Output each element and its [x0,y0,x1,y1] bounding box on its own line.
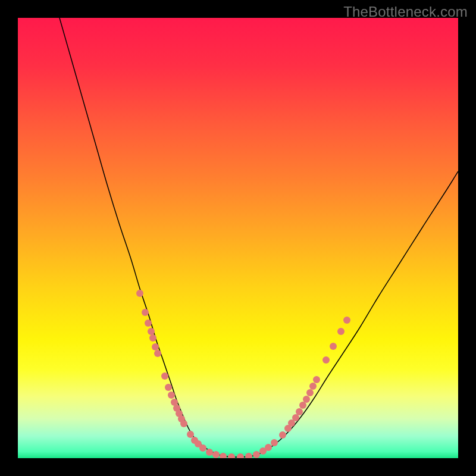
dots-group [136,290,350,458]
data-dot [148,328,155,335]
data-dot [343,317,350,324]
data-dot [330,343,337,350]
plot-area [18,18,458,458]
data-dot [165,384,172,391]
data-dot [245,453,252,458]
data-dot [292,414,299,421]
data-dot [253,451,260,458]
data-dot [152,343,159,350]
data-dot [168,392,175,399]
data-dot [154,350,161,357]
data-dot [220,453,227,458]
data-dot [187,431,194,438]
data-dot [313,376,320,383]
data-dot [149,334,156,342]
data-dot [322,356,330,364]
data-dot [142,309,149,316]
watermark-text: TheBottleneck.com [343,4,468,20]
data-dot [145,320,152,327]
data-dot [161,372,168,380]
data-dot [303,396,310,403]
v-curve-path [60,18,458,457]
bottleneck-chart: TheBottleneck.com [0,0,476,476]
data-dot [337,328,345,335]
data-dot [309,383,317,390]
data-dot [180,420,187,427]
data-dot [199,444,206,452]
data-dot [212,451,220,458]
data-dot [296,408,303,415]
data-dot [237,453,244,458]
data-dot [299,402,306,409]
data-dot [271,439,278,446]
curve-layer [18,18,458,458]
data-dot [265,444,272,451]
data-dot [279,431,286,439]
data-dot [228,453,235,458]
data-dot [136,290,143,297]
data-dot [206,449,213,456]
data-dot [306,389,314,396]
